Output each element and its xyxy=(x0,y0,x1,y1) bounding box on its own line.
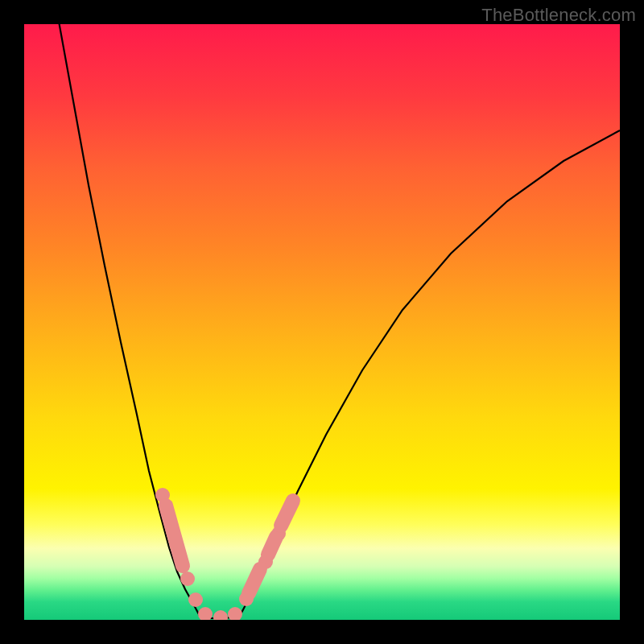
pink-marker-pill xyxy=(268,537,276,555)
plot-area xyxy=(24,24,620,620)
pink-marker-dot xyxy=(213,610,228,620)
pink-marker-dot xyxy=(198,607,213,620)
right-curve xyxy=(240,130,620,616)
pink-marker-pill xyxy=(249,569,260,593)
curves-layer xyxy=(24,24,620,620)
pink-marker-dot xyxy=(180,572,195,586)
pink-marker-pill xyxy=(166,506,183,566)
watermark-text: TheBottleneck.com xyxy=(481,5,636,26)
chart-frame: TheBottleneck.com xyxy=(0,0,644,644)
pink-marker-dot xyxy=(188,592,203,607)
pink-markers-group xyxy=(155,488,293,620)
pink-marker-dot xyxy=(228,607,242,620)
pink-marker-pill xyxy=(281,501,293,526)
